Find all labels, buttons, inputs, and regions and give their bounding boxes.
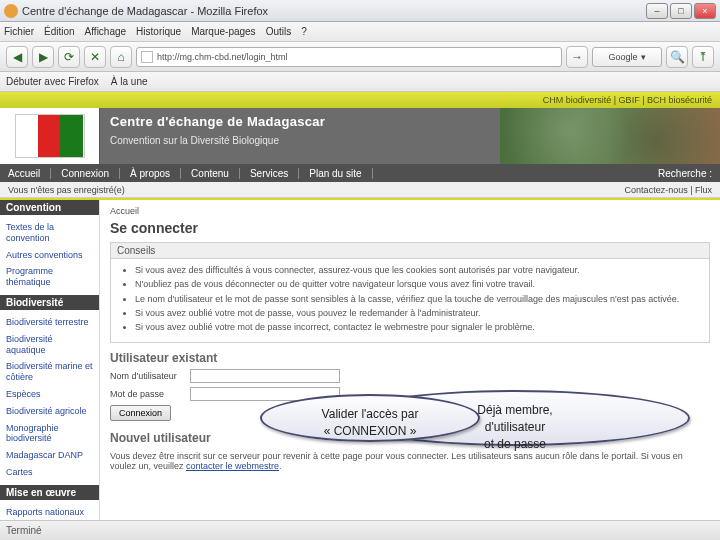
- status-bar: Terminé: [0, 520, 720, 540]
- site-subtitle: Convention sur la Diversité Biologique: [110, 135, 490, 146]
- back-button[interactable]: ◀: [6, 46, 28, 68]
- forward-button[interactable]: ▶: [32, 46, 54, 68]
- sidebar-item[interactable]: Rapports nationaux: [0, 504, 99, 520]
- sidebar-item[interactable]: Biodiversité aquatique: [0, 331, 99, 359]
- page-content: CHM biodiversité | GBIF | BCH biosécurit…: [0, 92, 720, 520]
- advice-item: Si vous avez oublié votre mot de passe, …: [135, 308, 699, 319]
- annotation-callout-validate: Valider l'accès par « CONNEXION »: [260, 394, 480, 442]
- menu-file[interactable]: Fichier: [4, 26, 34, 37]
- username-label: Nom d'utilisateur: [110, 371, 190, 381]
- password-label: Mot de passe: [110, 389, 190, 399]
- advice-item: Si vous avez des difficultés à vous conn…: [135, 265, 699, 276]
- nav-plan[interactable]: Plan du site: [309, 168, 372, 179]
- menu-tools[interactable]: Outils: [266, 26, 292, 37]
- bookmark-getting-started[interactable]: Débuter avec Firefox: [6, 76, 99, 87]
- menu-bar: Fichier Édition Affichage Historique Mar…: [0, 22, 720, 42]
- top-links[interactable]: CHM biodiversité | GBIF | BCH biosécurit…: [0, 92, 720, 108]
- nav-apropos[interactable]: À propos: [130, 168, 181, 179]
- login-status: Vous n'êtes pas enregistré(e): [8, 185, 125, 195]
- nav-services[interactable]: Services: [250, 168, 299, 179]
- window-titlebar: Centre d'échange de Madagascar - Mozilla…: [0, 0, 720, 22]
- nav-search-label: Recherche :: [658, 168, 712, 179]
- sidebar-item[interactable]: Madagascar DANP: [0, 447, 99, 464]
- url-text: http://mg.chm-cbd.net/login_html: [157, 52, 288, 62]
- maximize-button[interactable]: □: [670, 3, 692, 19]
- sidebar-item[interactable]: Cartes: [0, 464, 99, 481]
- sidebar: Convention Textes de la convention Autre…: [0, 200, 100, 520]
- reload-button[interactable]: ⟳: [58, 46, 80, 68]
- search-button[interactable]: 🔍: [666, 46, 688, 68]
- advice-item: Si vous avez oublié votre mot de passe i…: [135, 322, 699, 333]
- sidebar-item[interactable]: Monographie biodiversité: [0, 420, 99, 448]
- fullscreen-button[interactable]: ⤒: [692, 46, 714, 68]
- sidebar-head-miseenoeuvre: Mise en œuvre: [0, 485, 99, 500]
- url-bar[interactable]: http://mg.chm-cbd.net/login_html: [136, 47, 562, 67]
- banner-image: [500, 108, 720, 164]
- menu-view[interactable]: Affichage: [85, 26, 127, 37]
- firefox-icon: [4, 4, 18, 18]
- breadcrumb[interactable]: Accueil: [110, 206, 710, 216]
- new-user-text: Vous devez être inscrit sur ce serveur p…: [110, 451, 710, 471]
- go-button[interactable]: →: [566, 46, 588, 68]
- bookmark-headlines[interactable]: À la une: [111, 76, 148, 87]
- login-button[interactable]: Connexion: [110, 405, 171, 421]
- page-icon: [141, 51, 153, 63]
- sidebar-item[interactable]: Biodiversité terrestre: [0, 314, 99, 331]
- contact-webmaster-link[interactable]: contacter le webmestre: [186, 461, 279, 471]
- sidebar-head-convention: Convention: [0, 200, 99, 215]
- menu-bookmarks[interactable]: Marque-pages: [191, 26, 255, 37]
- navigation-toolbar: ◀ ▶ ⟳ ✕ ⌂ http://mg.chm-cbd.net/login_ht…: [0, 42, 720, 72]
- nav-connexion[interactable]: Connexion: [61, 168, 120, 179]
- contact-links[interactable]: Contactez-nous | Flux: [625, 185, 712, 195]
- main-nav: Accueil Connexion À propos Contenu Servi…: [0, 164, 720, 182]
- minimize-button[interactable]: –: [646, 3, 668, 19]
- menu-help[interactable]: ?: [301, 26, 307, 37]
- menu-history[interactable]: Historique: [136, 26, 181, 37]
- nav-accueil[interactable]: Accueil: [8, 168, 51, 179]
- sidebar-item[interactable]: Espèces: [0, 386, 99, 403]
- window-title: Centre d'échange de Madagascar - Mozilla…: [22, 5, 646, 17]
- sidebar-item[interactable]: Textes de la convention: [0, 219, 99, 247]
- username-input[interactable]: [190, 369, 340, 383]
- bookmarks-toolbar: Débuter avec Firefox À la une: [0, 72, 720, 92]
- sidebar-item[interactable]: Autres conventions: [0, 247, 99, 264]
- menu-edit[interactable]: Édition: [44, 26, 75, 37]
- main-panel: Accueil Se connecter Conseils Si vous av…: [100, 200, 720, 520]
- home-button[interactable]: ⌂: [110, 46, 132, 68]
- advice-item: Le nom d'utilisateur et le mot de passe …: [135, 294, 699, 305]
- page-title: Se connecter: [110, 220, 710, 236]
- sidebar-item[interactable]: Biodiversité marine et côtière: [0, 358, 99, 386]
- search-engine-dropdown[interactable]: Google▾: [592, 47, 662, 67]
- close-button[interactable]: ×: [694, 3, 716, 19]
- sidebar-head-biodiversite: Biodiversité: [0, 295, 99, 310]
- site-title: Centre d'échange de Madagascar: [110, 114, 490, 129]
- flag-madagascar: [0, 108, 100, 164]
- advice-box: Conseils Si vous avez des difficultés à …: [110, 242, 710, 343]
- site-banner: Centre d'échange de Madagascar Conventio…: [0, 108, 720, 164]
- sidebar-item[interactable]: Biodiversité agricole: [0, 403, 99, 420]
- sidebar-item[interactable]: Programme thématique: [0, 263, 99, 291]
- advice-head: Conseils: [111, 243, 709, 259]
- status-text: Terminé: [6, 525, 42, 536]
- user-status-bar: Vous n'êtes pas enregistré(e) Contactez-…: [0, 182, 720, 198]
- existing-user-heading: Utilisateur existant: [110, 351, 710, 365]
- advice-item: N'oubliez pas de vous déconnecter ou de …: [135, 279, 699, 290]
- stop-button[interactable]: ✕: [84, 46, 106, 68]
- nav-contenu[interactable]: Contenu: [191, 168, 240, 179]
- chevron-down-icon: ▾: [641, 52, 646, 62]
